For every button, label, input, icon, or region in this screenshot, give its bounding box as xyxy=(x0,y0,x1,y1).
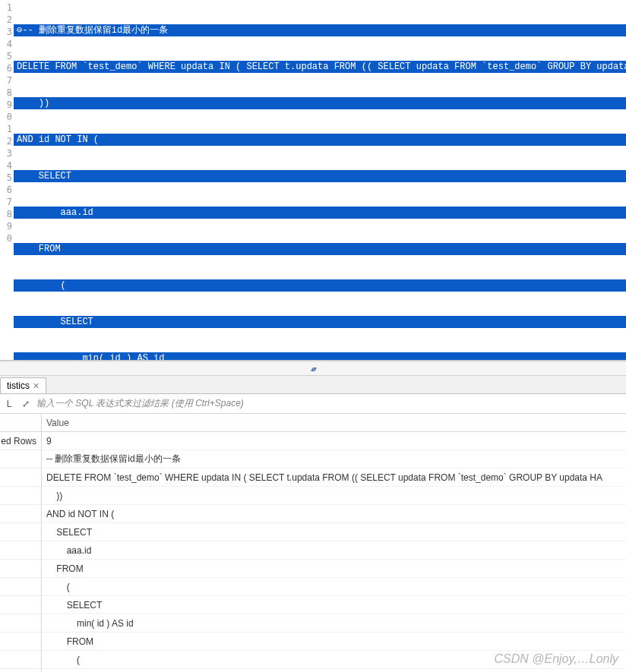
line-num: 6 xyxy=(0,184,14,196)
line-num: 5 xyxy=(0,172,14,184)
line-num: 2 xyxy=(0,14,14,26)
sql-editor[interactable]: 1 2 3 4 5 6 7 8 9 0 1 2 3 4 5 6 7 8 9 0 … xyxy=(0,0,626,361)
table-row[interactable]: FROM xyxy=(42,633,626,651)
row-label xyxy=(0,633,41,651)
column-header[interactable] xyxy=(0,414,41,432)
row-label xyxy=(0,596,41,614)
row-label xyxy=(0,469,41,487)
results-tabbar: tistics ✕ xyxy=(0,376,626,394)
row-label xyxy=(0,450,41,469)
code-line[interactable]: aaa.id xyxy=(14,207,626,219)
line-num: 2 xyxy=(0,135,14,147)
row-label xyxy=(0,651,41,669)
line-num: 7 xyxy=(0,196,14,208)
code-line[interactable]: min( id ) AS id xyxy=(14,352,626,360)
column-header-value[interactable]: Value xyxy=(42,414,626,432)
line-num: 4 xyxy=(0,159,14,172)
code-area[interactable]: ⊖-- 删除重复数据保留id最小的一条 DELETE FROM `test_de… xyxy=(14,0,626,360)
line-num: 4 xyxy=(0,38,14,50)
close-icon[interactable]: ✕ xyxy=(33,381,40,391)
table-row[interactable]: -- 删除重复数据保留id最小的一条 xyxy=(42,450,626,469)
row-label xyxy=(0,487,41,505)
table-row[interactable]: FROM xyxy=(42,560,626,578)
table-row[interactable]: ( xyxy=(42,651,626,669)
code-line[interactable]: ( xyxy=(14,279,626,292)
results-value-col: Value 9 -- 删除重复数据保留id最小的一条 DELETE FROM `… xyxy=(42,414,626,672)
line-num: 0 xyxy=(0,111,14,123)
tab-statistics[interactable]: tistics ✕ xyxy=(0,377,46,393)
code-line[interactable]: AND id NOT IN ( xyxy=(14,134,626,146)
table-row[interactable]: ( xyxy=(42,578,626,596)
line-num: 8 xyxy=(0,87,14,99)
execute-sql-button[interactable]: L xyxy=(3,398,15,410)
table-row[interactable]: AND id NOT IN ( xyxy=(42,505,626,523)
row-label xyxy=(0,560,41,578)
line-num: 8 xyxy=(0,208,14,220)
code-line[interactable]: ⊖-- 删除重复数据保留id最小的一条 xyxy=(14,24,626,36)
results-row-header-col: ed Rows xyxy=(0,414,42,672)
filter-input[interactable]: 输入一个 SQL 表达式来过滤结果 (使用 Ctrl+Space) xyxy=(36,397,623,410)
row-label xyxy=(0,541,41,560)
table-row[interactable]: )) xyxy=(42,487,626,505)
line-num: 1 xyxy=(0,123,14,135)
line-num: 7 xyxy=(0,74,14,87)
code-line[interactable]: SELECT xyxy=(14,170,626,182)
filter-bar: L ⤢ 输入一个 SQL 表达式来过滤结果 (使用 Ctrl+Space) xyxy=(0,394,626,414)
line-num: 1 xyxy=(0,2,14,14)
table-row[interactable]: SELECT xyxy=(42,669,626,672)
line-num: 9 xyxy=(0,220,14,232)
row-label xyxy=(0,614,41,633)
line-gutter: 1 2 3 4 5 6 7 8 9 0 1 2 3 4 5 6 7 8 9 0 xyxy=(0,0,14,360)
line-num: 3 xyxy=(0,147,14,159)
chevron-up-down-icon: ▴▾ xyxy=(311,364,315,373)
code-line[interactable]: )) xyxy=(14,97,626,109)
line-num: 3 xyxy=(0,26,14,38)
row-label xyxy=(0,523,41,541)
line-num: 9 xyxy=(0,99,14,111)
table-row[interactable]: min( id ) AS id xyxy=(42,614,626,633)
results-grid: ed Rows Value 9 -- 删除重复数据保留id最小的一条 DELET… xyxy=(0,414,626,672)
line-num: 6 xyxy=(0,62,14,74)
row-label: ed Rows xyxy=(0,432,41,450)
table-row[interactable]: 9 xyxy=(42,432,626,450)
table-row[interactable]: SELECT xyxy=(42,523,626,541)
tab-label: tistics xyxy=(7,380,30,391)
expand-icon[interactable]: ⤢ xyxy=(20,398,32,410)
line-num: 0 xyxy=(0,232,14,245)
line-num: 5 xyxy=(0,50,14,62)
table-row[interactable]: DELETE FROM `test_demo` WHERE updata IN … xyxy=(42,469,626,487)
code-line[interactable]: DELETE FROM `test_demo` WHERE updata IN … xyxy=(14,61,626,73)
row-label xyxy=(0,578,41,596)
table-row[interactable]: aaa.id xyxy=(42,541,626,560)
code-line[interactable]: SELECT xyxy=(14,316,626,328)
table-row[interactable]: SELECT xyxy=(42,596,626,614)
row-label xyxy=(0,505,41,523)
panel-divider[interactable]: ▴▾ xyxy=(0,361,626,376)
code-line[interactable]: FROM xyxy=(14,243,626,255)
